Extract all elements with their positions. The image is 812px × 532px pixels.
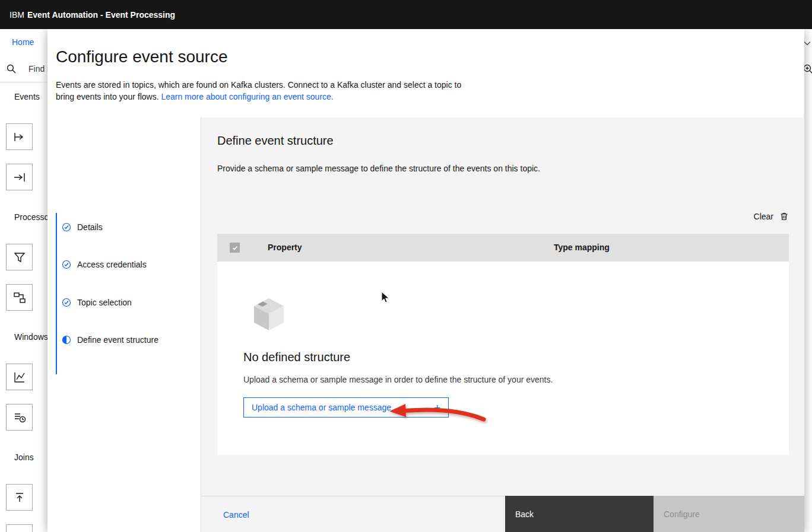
content-subheading: Provide a schema or sample message to de… [217,164,540,173]
back-button[interactable]: Back [505,496,654,532]
ibm-logo: IBM [9,10,24,20]
step-access-credentials[interactable]: Access credentials [62,260,147,269]
palette-tile-transform[interactable] [6,284,33,311]
empty-state-description: Upload a schema or sample message in ord… [243,375,553,384]
progress-indicator: Details Access credentials Topic selecti… [47,117,201,532]
clear-button[interactable]: Clear [754,209,789,224]
step-define-event-structure[interactable]: Define event structure [62,335,158,345]
cube-pictogram-icon [250,295,288,333]
palette-tile-filter[interactable] [6,244,33,270]
modal-content: Define event structure Provide a schema … [201,117,804,532]
content-heading: Define event structure [217,134,334,148]
trash-icon [779,212,789,221]
empty-state-title: No defined structure [243,351,350,364]
palette-tile-interval-join[interactable] [6,484,33,511]
interval-join-icon [12,490,27,505]
app-header: IBM Event Automation - Event Processing [0,0,812,29]
breadcrumb-home-link[interactable]: Home [12,37,34,47]
incomplete-icon [62,335,71,345]
modal-title: Configure event source [56,47,228,66]
event-destination-icon [12,170,27,184]
palette-tile-partial[interactable] [6,524,33,532]
transform-icon [12,291,27,305]
top-n-icon [12,410,27,425]
app-title: Event Automation - Event Processing [27,10,175,20]
palette-tile-aggregate[interactable] [6,364,33,390]
step-topic-selection[interactable]: Topic selection [62,298,132,307]
checkmark-outline-icon [62,222,71,232]
modal-footer: Cancel Back Configure [201,496,804,532]
select-all-checkbox[interactable] [230,243,240,253]
palette-section-events: Events [14,92,40,101]
configure-button[interactable]: Configure [654,496,804,532]
search-icon [6,63,16,74]
palette-section-windows: Windows [14,332,48,342]
column-header-property: Property [268,243,302,252]
filter-icon [12,250,27,265]
progress-line [56,213,57,374]
checkmark-outline-icon [62,298,71,307]
divider [0,82,47,82]
column-header-type-mapping: Type mapping [554,243,610,252]
event-source-icon [12,130,27,144]
table-header-row: Property Type mapping [217,234,789,262]
table-body-empty-state: No defined structure Upload a schema or … [217,262,789,455]
palette-section-joins: Joins [14,453,34,462]
configure-event-source-modal: Configure event source Events are stored… [47,29,804,532]
learn-more-link[interactable]: Learn more about configuring an event so… [161,92,333,101]
cancel-button[interactable]: Cancel [223,496,249,532]
annotation-arrow [386,400,489,426]
palette-tile-event-destination[interactable] [6,164,33,190]
checkmark-outline-icon [62,260,71,269]
palette-tile-event-source[interactable] [6,123,33,150]
mouse-cursor [381,291,392,304]
palette-tile-top-n[interactable] [6,404,33,431]
aggregate-icon [12,370,27,384]
step-details[interactable]: Details [62,222,103,232]
modal-description: Events are stored in topics, which are f… [56,79,480,103]
